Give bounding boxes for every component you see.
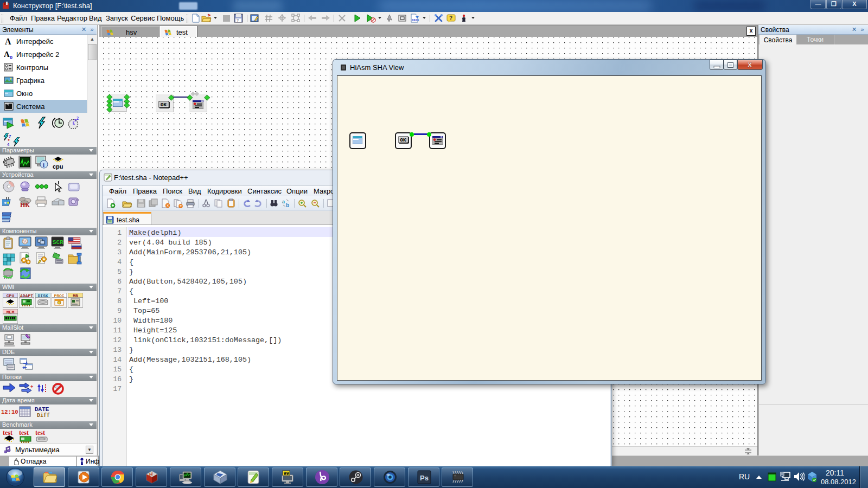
svg-text:12:10: 12:10 bbox=[1, 409, 18, 415]
svg-text:b: b bbox=[286, 202, 289, 208]
svg-text:test: test bbox=[3, 429, 12, 436]
svg-text:0: 0 bbox=[10, 55, 12, 59]
svg-text:test: test bbox=[35, 429, 45, 436]
svg-text:cpu: cpu bbox=[53, 163, 63, 170]
svg-text:2: 2 bbox=[76, 117, 79, 121]
svg-text:4: 4 bbox=[7, 142, 10, 147]
svg-text:99: 99 bbox=[284, 471, 289, 477]
svg-text:CPU: CPU bbox=[7, 293, 15, 298]
svg-text:test: test bbox=[19, 429, 29, 436]
svg-text:SCR: SCR bbox=[53, 239, 63, 246]
svg-text:PROC: PROC bbox=[54, 293, 64, 298]
svg-text:OK: OK bbox=[400, 138, 406, 143]
svg-text:i: i bbox=[43, 162, 44, 168]
svg-text:A: A bbox=[4, 50, 10, 59]
svg-text:MEM: MEM bbox=[7, 310, 15, 314]
svg-text:DATE: DATE bbox=[35, 406, 49, 413]
svg-text:a: a bbox=[282, 199, 285, 204]
svg-text:H: H bbox=[149, 471, 152, 477]
svg-text:+: + bbox=[30, 384, 33, 389]
svg-text:0101: 0101 bbox=[412, 18, 419, 22]
svg-text:A: A bbox=[5, 37, 11, 46]
svg-text:DISK: DISK bbox=[37, 293, 48, 298]
svg-text:?: ? bbox=[449, 15, 452, 21]
svg-text:MB: MB bbox=[73, 293, 78, 298]
svg-text:7: 7 bbox=[9, 134, 11, 139]
svg-text:Ps: Ps bbox=[420, 474, 429, 482]
svg-text:Diff: Diff bbox=[37, 413, 50, 418]
svg-text:ADAPT: ADAPT bbox=[20, 293, 33, 298]
svg-text:OK: OK bbox=[161, 102, 167, 108]
svg-text:X: X bbox=[748, 61, 752, 69]
svg-text:?: ? bbox=[237, 18, 239, 22]
svg-text:НК: НК bbox=[20, 201, 30, 208]
